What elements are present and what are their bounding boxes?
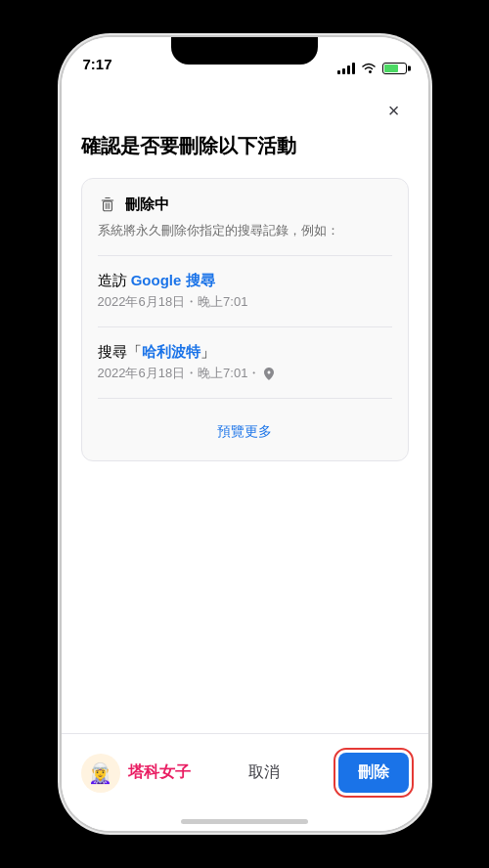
home-indicator <box>62 811 428 831</box>
bottom-bar: 🧝‍♀️ 塔科女子 取消 刪除 <box>62 733 428 811</box>
activity-item-2: 搜尋「哈利波特」 2022年6月18日・晚上7:01・ <box>98 339 392 386</box>
phone-frame: 7:17 × <box>62 37 428 831</box>
delete-description: 系統將永久刪除你指定的搜尋記錄，例如： <box>98 222 392 239</box>
brand-name: 塔科女子 <box>128 762 191 783</box>
battery-icon <box>382 63 407 74</box>
delete-header: 刪除中 <box>98 195 392 214</box>
delete-in-progress-label: 刪除中 <box>125 195 169 214</box>
phone-screen: 7:17 × <box>62 37 428 831</box>
content-area: × 確認是否要刪除以下活動 刪除中 <box>62 80 428 733</box>
wifi-icon <box>361 63 377 74</box>
brand-avatar: 🧝‍♀️ <box>81 754 120 793</box>
brand-area: 🧝‍♀️ 塔科女子 <box>81 754 191 793</box>
activity-meta-1: 2022年6月18日・晚上7:01 <box>98 293 392 311</box>
activity-title-2: 搜尋「哈利波特」 <box>98 343 392 362</box>
svg-rect-1 <box>105 197 110 198</box>
preview-more-container: 預覽更多 <box>98 411 392 445</box>
delete-button[interactable]: 刪除 <box>338 753 409 793</box>
status-icons <box>337 63 407 74</box>
dialog-title: 確認是否要刪除以下活動 <box>81 133 409 158</box>
divider-3 <box>98 398 392 399</box>
close-icon: × <box>388 100 400 122</box>
trash-icon <box>98 195 117 214</box>
status-time: 7:17 <box>83 56 112 74</box>
activity-title-1: 造訪 Google 搜尋 <box>98 272 392 290</box>
activity-item-1: 造訪 Google 搜尋 2022年6月18日・晚上7:01 <box>98 268 392 315</box>
preview-more-link[interactable]: 預覽更多 <box>217 423 272 439</box>
activity-card: 刪除中 系統將永久刪除你指定的搜尋記錄，例如： 造訪 Google 搜尋 202… <box>81 178 409 461</box>
activity-meta-2: 2022年6月18日・晚上7:01・ <box>98 365 392 382</box>
close-button[interactable]: × <box>379 96 409 125</box>
notch <box>171 37 318 65</box>
location-icon <box>264 368 274 380</box>
signal-icon <box>337 63 355 74</box>
brand-avatar-emoji: 🧝‍♀️ <box>88 761 112 785</box>
divider-1 <box>98 255 392 256</box>
cancel-button[interactable]: 取消 <box>237 755 291 791</box>
home-bar <box>181 819 308 824</box>
divider-2 <box>98 326 392 327</box>
